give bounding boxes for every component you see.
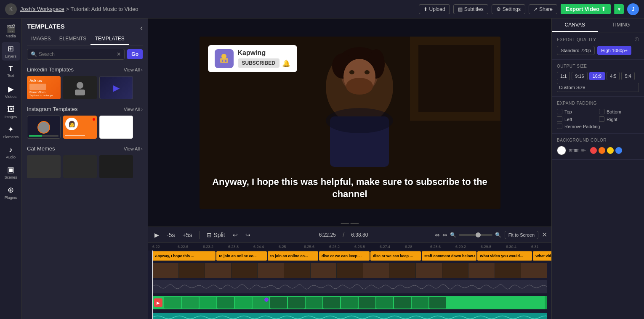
tab-templates[interactable]: TEMPLATES (90, 33, 128, 45)
play-button[interactable]: ▶ (152, 230, 161, 240)
padding-right-checkbox[interactable] (599, 116, 604, 122)
subtitle-segment-1[interactable]: Anyway, I hope this ... (152, 251, 216, 261)
instagram-template-3[interactable] (99, 116, 133, 139)
elements-icon: ✦ (8, 125, 14, 134)
remove-padding-checkbox[interactable] (557, 124, 562, 129)
plus-5s-button[interactable]: +5s (180, 230, 194, 240)
redo-button[interactable]: ↪ (243, 230, 253, 240)
export-video-button[interactable]: Export Video ⬆ (561, 4, 611, 14)
upload-button[interactable]: ⬆ Upload (419, 4, 450, 14)
svg-point-12 (349, 70, 354, 74)
linkedin-template-3[interactable]: ▶ (99, 76, 133, 99)
zoom-in-icon[interactable]: ⇔ (435, 232, 440, 238)
sidebar-item-videos[interactable]: ▶ Videos (2, 82, 20, 101)
subtitles-button[interactable]: ▤ Subtitles (453, 4, 488, 14)
workspace-link[interactable]: Josh's Workspace (20, 6, 64, 12)
subtitle-segment-8[interactable]: What video yo (533, 251, 551, 261)
size-1-1-button[interactable]: 1:1 (557, 72, 570, 80)
sidebar-item-audio[interactable]: ♪ Audio (2, 143, 20, 161)
padding-left-checkbox[interactable] (557, 116, 562, 122)
fit-screen-button[interactable]: Fit to Screen (505, 231, 538, 239)
color-picker-icon[interactable]: ✏ (581, 147, 586, 154)
sidebar-item-scenes[interactable]: ▣ Scenes (2, 163, 20, 182)
video-preview[interactable]: Kapwing SUBSCRIBED 🔔 Anyway, I hope this… (200, 37, 500, 209)
cat-memes-view-all[interactable]: View All › (124, 146, 143, 151)
subtitle-segment-5[interactable]: disc or we can keep ... (370, 251, 421, 261)
instagram-template-1[interactable] (27, 116, 61, 139)
settings-button[interactable]: ⚙ Settings (492, 4, 525, 14)
subtitle-segment-3[interactable]: to join an online co... (268, 251, 318, 261)
music-track[interactable]: ▶ (148, 296, 551, 312)
custom-size-button[interactable]: Custom Size (557, 83, 639, 92)
color-preset-orange[interactable] (599, 147, 605, 154)
search-input[interactable] (39, 51, 115, 57)
split-button[interactable]: ⊟ Split (205, 230, 227, 240)
size-5-4-button[interactable]: 5:4 (621, 72, 634, 80)
linkedin-title: Linkedin Templates (27, 66, 74, 73)
instagram-template-2[interactable]: 👩 (63, 116, 97, 139)
linkedin-template-1[interactable]: Ask us Blake Villien Tap here to do for … (27, 76, 61, 99)
minus-5s-button[interactable]: -5s (165, 230, 177, 240)
subtitle-segment-6[interactable]: staff comment down below.! (422, 251, 476, 261)
bell-icon[interactable]: 🔔 (282, 59, 290, 67)
search-go-button[interactable]: Go (127, 49, 143, 59)
sidebar-item-images[interactable]: 🖼 Images (2, 103, 20, 121)
bg-color-swatch[interactable] (557, 146, 566, 155)
share-button[interactable]: ↗ Share (529, 4, 557, 14)
padding-bottom-checkbox[interactable] (599, 109, 604, 114)
search-input-wrapper: 🔍 ✕ (27, 49, 125, 60)
quality-high-button[interactable]: High 1080p+ (597, 46, 631, 55)
linkedin-template-2[interactable] (63, 76, 97, 99)
padding-left-label[interactable]: Left (557, 116, 597, 122)
teal-audio-track[interactable] (148, 313, 551, 319)
tab-canvas[interactable]: CANVAS (552, 18, 598, 32)
padding-top-label[interactable]: Top (557, 109, 597, 114)
timeline-close-button[interactable]: ✕ (542, 231, 547, 239)
padding-bottom-label[interactable]: Bottom (599, 109, 639, 114)
subscribed-button[interactable]: SUBSCRIBED (238, 58, 279, 68)
size-4-5-button[interactable]: 4:5 (607, 72, 620, 80)
svg-rect-5 (418, 45, 494, 112)
subtitle-segment-4[interactable]: disc or we can keep ... (319, 251, 370, 261)
export-dropdown-button[interactable]: ▾ (614, 4, 624, 14)
ruler-marks: 6:22 6:22.6 6:23.2 6:23.8 6:24.4 6:25 6:… (152, 245, 551, 249)
quality-standard-button[interactable]: Standard 720p (557, 46, 595, 55)
padding-right-label[interactable]: Right (599, 116, 639, 122)
audio-waveform-track[interactable] (148, 280, 551, 295)
undo-button[interactable]: ↩ (231, 230, 240, 240)
size-16-9-button[interactable]: 16:9 (589, 72, 605, 80)
subtitle-segment-2[interactable]: to join an online co... (216, 251, 267, 261)
expand-padding-title: EXPAND PADDING (557, 101, 639, 105)
sidebar-item-text[interactable]: T Text (2, 62, 20, 81)
subtitle-segment-7[interactable]: What video you would... (477, 251, 532, 261)
cat-template-1[interactable] (27, 155, 61, 178)
sidebar-item-plugins[interactable]: ⊕ Plugins (2, 183, 20, 202)
total-time: 6:38.80 (351, 232, 368, 238)
panel-collapse-button[interactable]: ‹ (140, 24, 143, 32)
sidebar-item-media[interactable]: 🎬 Media (2, 22, 20, 40)
cat-template-2[interactable] (63, 155, 97, 178)
tab-images[interactable]: IMAGES (27, 33, 55, 45)
info-icon[interactable]: ⓘ (635, 37, 639, 42)
tab-timing[interactable]: TIMING (598, 18, 644, 32)
size-9-16-button[interactable]: 9:16 (572, 72, 587, 80)
zoom-out-icon[interactable]: ⇔ (442, 232, 447, 238)
search-clear-icon[interactable]: ✕ (117, 51, 121, 57)
sidebar-item-layers[interactable]: ⊞ Layers (2, 42, 20, 61)
cat-template-3[interactable] (99, 155, 133, 178)
color-preset-yellow[interactable] (607, 147, 614, 154)
left-panel: TEMPLATES ‹ IMAGES ELEMENTS TEMPLATES 🔍 … (22, 18, 148, 319)
tab-elements[interactable]: ELEMENTS (55, 33, 91, 45)
padding-top-checkbox[interactable] (557, 109, 562, 114)
color-preset-red[interactable] (590, 147, 597, 154)
linkedin-view-all[interactable]: View All › (124, 67, 143, 72)
videos-label: Videos (5, 95, 16, 99)
remove-padding-label[interactable]: Remove Padding (557, 124, 639, 129)
color-preset-blue[interactable] (615, 147, 622, 154)
sidebar-item-elements[interactable]: ✦ Elements (2, 123, 20, 141)
user-avatar[interactable]: J (627, 3, 639, 15)
video-track[interactable] (148, 262, 551, 279)
export-quality-section: EXPORT QUALITY ⓘ Standard 720p High 1080… (552, 32, 644, 60)
instagram-view-all[interactable]: View All › (124, 107, 143, 112)
zoom-slider[interactable] (459, 234, 492, 236)
